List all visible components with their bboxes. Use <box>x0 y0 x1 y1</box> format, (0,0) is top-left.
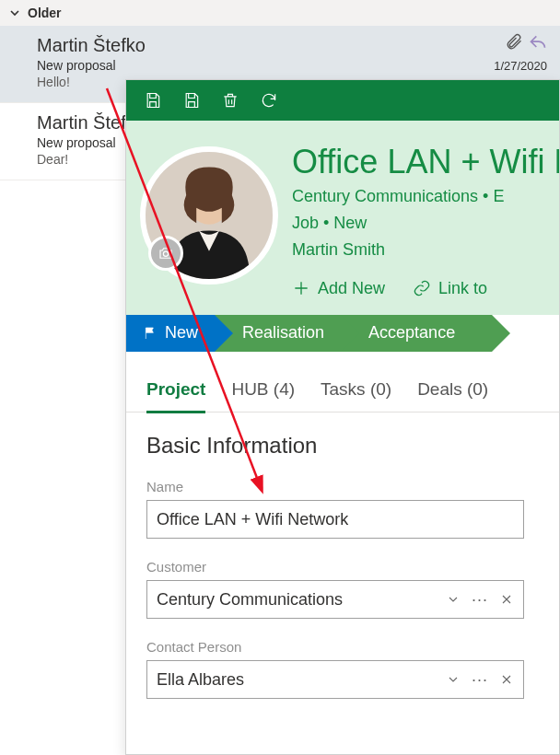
reply-icon[interactable] <box>529 33 547 52</box>
name-input-wrap[interactable] <box>146 500 524 539</box>
close-icon[interactable] <box>499 672 514 687</box>
stage-new[interactable]: New <box>126 315 215 352</box>
save-icon <box>144 91 162 110</box>
header-text: Office LAN + Wifi Network Century Commun… <box>292 137 560 315</box>
stage-label: New <box>165 323 198 343</box>
link-icon <box>413 279 431 297</box>
record-header: Office LAN + Wifi Network Century Commun… <box>126 121 559 315</box>
tabs: Project HUB (4) Tasks (0) Deals (0) <box>126 352 559 413</box>
trash-icon <box>221 91 239 110</box>
stage-realisation[interactable]: Realisation <box>215 315 341 352</box>
record-title: Office LAN + Wifi Network <box>292 143 560 181</box>
save-button[interactable] <box>134 80 172 121</box>
add-new-label: Add New <box>318 279 385 298</box>
refresh-icon <box>260 91 278 110</box>
mail-sender: Martin Štefko <box>37 35 523 56</box>
stage-label: Acceptance <box>368 323 455 343</box>
link-to-button[interactable]: Link to <box>413 279 487 298</box>
contact-value: Ella Albares <box>157 670 440 690</box>
section-title: Basic Information <box>146 433 524 459</box>
customer-input-wrap[interactable]: Century Communications ··· <box>146 580 524 619</box>
save-as-button[interactable] <box>172 80 211 121</box>
svg-point-2 <box>163 251 168 256</box>
attachment-icon <box>505 33 523 52</box>
chevron-down-icon <box>9 7 20 18</box>
save-as-icon <box>182 91 201 110</box>
record-meta-line: Martin Smith <box>292 238 560 261</box>
tab-tasks[interactable]: Tasks (0) <box>321 379 391 412</box>
avatar-wrap <box>126 137 292 315</box>
contact-label: Contact Person <box>146 639 524 655</box>
close-icon[interactable] <box>499 592 514 607</box>
tab-project[interactable]: Project <box>146 379 205 413</box>
customer-field: Customer Century Communications ··· <box>146 559 524 619</box>
flag-icon <box>143 326 158 341</box>
toolbar <box>126 80 559 121</box>
add-new-button[interactable]: Add New <box>292 279 385 298</box>
record-meta-line: Century Communications • E <box>292 185 560 208</box>
chevron-down-icon[interactable] <box>446 592 461 607</box>
customer-value: Century Communications <box>157 590 440 610</box>
older-header[interactable]: Older <box>0 0 560 26</box>
name-label: Name <box>146 479 524 494</box>
chevron-down-icon[interactable] <box>446 672 461 687</box>
name-field: Name <box>146 479 524 539</box>
tab-hub[interactable]: HUB (4) <box>231 379 295 412</box>
more-icon[interactable]: ··· <box>472 671 488 688</box>
contact-field: Contact Person Ella Albares ··· <box>146 639 524 699</box>
change-photo-button[interactable] <box>148 236 183 271</box>
form-area: Basic Information Name Customer Century … <box>126 412 559 719</box>
record-window: Office LAN + Wifi Network Century Commun… <box>125 79 560 755</box>
delete-button[interactable] <box>211 80 250 121</box>
tab-deals[interactable]: Deals (0) <box>417 379 488 412</box>
mail-date: 1/27/2020 <box>494 59 547 73</box>
name-input[interactable] <box>157 510 514 529</box>
refresh-button[interactable] <box>250 80 288 121</box>
customer-label: Customer <box>146 559 524 575</box>
basic-info-column: Basic Information Name Customer Century … <box>146 433 524 719</box>
mail-subject: New proposal <box>37 58 523 73</box>
stage-acceptance[interactable]: Acceptance <box>341 315 492 352</box>
stage-bar: New Realisation Acceptance <box>126 315 559 352</box>
plus-icon <box>292 279 310 297</box>
record-meta-line: Job • New <box>292 212 560 235</box>
link-to-label: Link to <box>438 279 487 298</box>
more-icon[interactable]: ··· <box>472 591 488 608</box>
stage-label: Realisation <box>242 323 324 343</box>
contact-input-wrap[interactable]: Ella Albares ··· <box>146 660 524 699</box>
camera-icon <box>158 245 174 261</box>
older-label: Older <box>28 6 62 20</box>
